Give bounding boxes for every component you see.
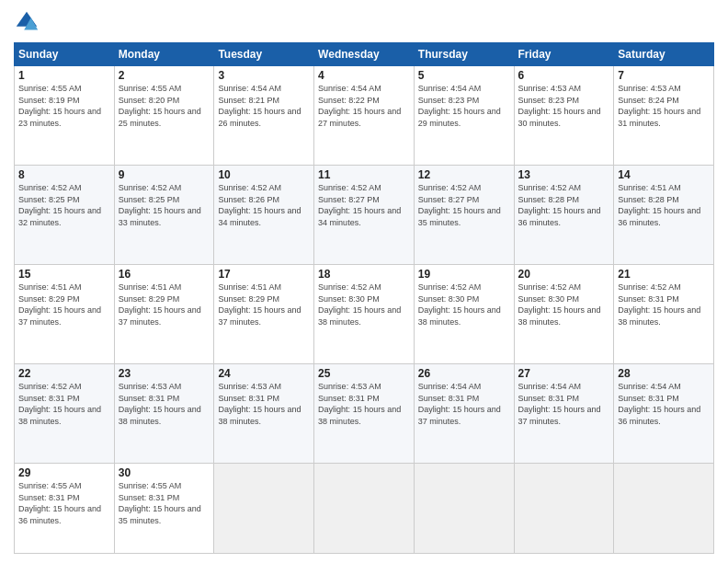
day-info: Sunrise: 4:51 AMSunset: 8:29 PMDaylight:… [119,282,210,327]
day-info: Sunrise: 4:54 AMSunset: 8:31 PMDaylight:… [518,381,610,427]
cal-cell: 13Sunrise: 4:52 AMSunset: 8:28 PMDayligh… [514,166,614,265]
day-info: Sunrise: 4:54 AMSunset: 8:21 PMDaylight:… [218,83,310,129]
day-number: 13 [518,168,610,181]
cal-cell: 24Sunrise: 4:53 AMSunset: 8:31 PMDayligh… [214,364,314,464]
cal-cell [314,464,415,554]
cal-cell [614,464,714,554]
cal-cell: 9Sunrise: 4:52 AMSunset: 8:25 PMDaylight… [114,166,214,265]
day-info: Sunrise: 4:52 AMSunset: 8:31 PMDaylight:… [18,381,110,427]
cal-cell: 4Sunrise: 4:54 AMSunset: 8:22 PMDaylight… [314,66,415,166]
cal-cell: 28Sunrise: 4:54 AMSunset: 8:31 PMDayligh… [614,364,714,464]
day-number: 28 [618,367,710,380]
day-number: 23 [119,367,210,380]
cal-cell: 14Sunrise: 4:51 AMSunset: 8:28 PMDayligh… [614,166,714,265]
day-number: 3 [218,69,310,82]
day-info: Sunrise: 4:54 AMSunset: 8:31 PMDaylight:… [418,381,510,427]
day-number: 27 [518,367,610,380]
day-number: 29 [18,466,110,479]
day-number: 7 [618,69,710,82]
day-number: 15 [18,268,110,281]
day-number: 12 [418,168,510,181]
day-info: Sunrise: 4:53 AMSunset: 8:31 PMDaylight:… [119,381,210,427]
day-number: 6 [518,69,610,82]
col-header-monday: Monday [114,43,214,66]
cal-cell: 12Sunrise: 4:52 AMSunset: 8:27 PMDayligh… [414,166,514,265]
cal-cell: 30Sunrise: 4:55 AMSunset: 8:31 PMDayligh… [114,464,214,554]
day-number: 14 [618,168,710,181]
header [14,9,714,35]
cal-cell: 16Sunrise: 4:51 AMSunset: 8:29 PMDayligh… [114,265,214,364]
cal-cell: 29Sunrise: 4:55 AMSunset: 8:31 PMDayligh… [15,464,115,554]
cal-cell: 23Sunrise: 4:53 AMSunset: 8:31 PMDayligh… [114,364,214,464]
day-number: 25 [318,367,410,380]
day-number: 5 [418,69,510,82]
day-number: 8 [18,168,110,181]
cal-cell: 22Sunrise: 4:52 AMSunset: 8:31 PMDayligh… [15,364,115,464]
cal-cell: 5Sunrise: 4:54 AMSunset: 8:23 PMDaylight… [414,66,514,166]
cal-cell: 19Sunrise: 4:52 AMSunset: 8:30 PMDayligh… [414,265,514,364]
day-number: 11 [318,168,410,181]
cal-cell: 7Sunrise: 4:53 AMSunset: 8:24 PMDaylight… [614,66,714,166]
cal-cell: 26Sunrise: 4:54 AMSunset: 8:31 PMDayligh… [414,364,514,464]
logo-icon [14,9,40,35]
cal-cell: 25Sunrise: 4:53 AMSunset: 8:31 PMDayligh… [314,364,415,464]
week-row-0: 1Sunrise: 4:55 AMSunset: 8:19 PMDaylight… [15,66,714,166]
day-info: Sunrise: 4:55 AMSunset: 8:19 PMDaylight:… [18,83,110,129]
cal-cell: 3Sunrise: 4:54 AMSunset: 8:21 PMDaylight… [214,66,314,166]
cal-cell [414,464,514,554]
day-number: 30 [119,466,210,479]
col-header-tuesday: Tuesday [214,43,314,66]
col-header-wednesday: Wednesday [314,43,415,66]
day-info: Sunrise: 4:52 AMSunset: 8:30 PMDaylight:… [518,282,610,327]
cal-cell: 6Sunrise: 4:53 AMSunset: 8:23 PMDaylight… [514,66,614,166]
calendar-table: SundayMondayTuesdayWednesdayThursdayFrid… [14,42,714,554]
cal-cell: 20Sunrise: 4:52 AMSunset: 8:30 PMDayligh… [514,265,614,364]
logo [14,9,43,35]
day-info: Sunrise: 4:54 AMSunset: 8:23 PMDaylight:… [418,83,510,129]
day-info: Sunrise: 4:52 AMSunset: 8:30 PMDaylight:… [318,282,410,327]
cal-cell: 15Sunrise: 4:51 AMSunset: 8:29 PMDayligh… [15,265,115,364]
day-info: Sunrise: 4:52 AMSunset: 8:25 PMDaylight:… [119,182,210,228]
day-info: Sunrise: 4:53 AMSunset: 8:23 PMDaylight:… [518,83,610,129]
day-info: Sunrise: 4:54 AMSunset: 8:31 PMDaylight:… [618,381,710,427]
week-row-1: 8Sunrise: 4:52 AMSunset: 8:25 PMDaylight… [15,166,714,265]
day-info: Sunrise: 4:52 AMSunset: 8:25 PMDaylight:… [18,182,110,228]
day-number: 19 [418,268,510,281]
day-number: 18 [318,268,410,281]
day-info: Sunrise: 4:51 AMSunset: 8:28 PMDaylight:… [618,182,710,228]
day-info: Sunrise: 4:52 AMSunset: 8:27 PMDaylight:… [418,182,510,228]
day-info: Sunrise: 4:52 AMSunset: 8:27 PMDaylight:… [318,182,410,228]
day-number: 22 [18,367,110,380]
cal-cell [214,464,314,554]
day-info: Sunrise: 4:55 AMSunset: 8:20 PMDaylight:… [119,83,210,129]
day-info: Sunrise: 4:51 AMSunset: 8:29 PMDaylight:… [218,282,310,327]
day-number: 10 [218,168,310,181]
day-number: 4 [318,69,410,82]
cal-cell: 2Sunrise: 4:55 AMSunset: 8:20 PMDaylight… [114,66,214,166]
cal-cell: 11Sunrise: 4:52 AMSunset: 8:27 PMDayligh… [314,166,415,265]
week-row-2: 15Sunrise: 4:51 AMSunset: 8:29 PMDayligh… [15,265,714,364]
day-info: Sunrise: 4:54 AMSunset: 8:22 PMDaylight:… [318,83,410,129]
day-info: Sunrise: 4:53 AMSunset: 8:24 PMDaylight:… [618,83,710,129]
col-header-sunday: Sunday [15,43,115,66]
cal-cell: 21Sunrise: 4:52 AMSunset: 8:31 PMDayligh… [614,265,714,364]
day-info: Sunrise: 4:55 AMSunset: 8:31 PMDaylight:… [18,480,110,526]
cal-cell: 1Sunrise: 4:55 AMSunset: 8:19 PMDaylight… [15,66,115,166]
day-info: Sunrise: 4:53 AMSunset: 8:31 PMDaylight:… [318,381,410,427]
day-number: 17 [218,268,310,281]
cal-cell: 27Sunrise: 4:54 AMSunset: 8:31 PMDayligh… [514,364,614,464]
day-number: 26 [418,367,510,380]
week-row-3: 22Sunrise: 4:52 AMSunset: 8:31 PMDayligh… [15,364,714,464]
col-header-thursday: Thursday [414,43,514,66]
day-number: 16 [119,268,210,281]
day-number: 24 [218,367,310,380]
day-info: Sunrise: 4:52 AMSunset: 8:26 PMDaylight:… [218,182,310,228]
cal-cell: 8Sunrise: 4:52 AMSunset: 8:25 PMDaylight… [15,166,115,265]
day-info: Sunrise: 4:55 AMSunset: 8:31 PMDaylight:… [119,480,210,526]
day-info: Sunrise: 4:52 AMSunset: 8:31 PMDaylight:… [618,282,710,327]
cal-cell: 17Sunrise: 4:51 AMSunset: 8:29 PMDayligh… [214,265,314,364]
cal-cell: 10Sunrise: 4:52 AMSunset: 8:26 PMDayligh… [214,166,314,265]
day-info: Sunrise: 4:53 AMSunset: 8:31 PMDaylight:… [218,381,310,427]
page: SundayMondayTuesdayWednesdayThursdayFrid… [0,0,728,563]
day-info: Sunrise: 4:52 AMSunset: 8:28 PMDaylight:… [518,182,610,228]
